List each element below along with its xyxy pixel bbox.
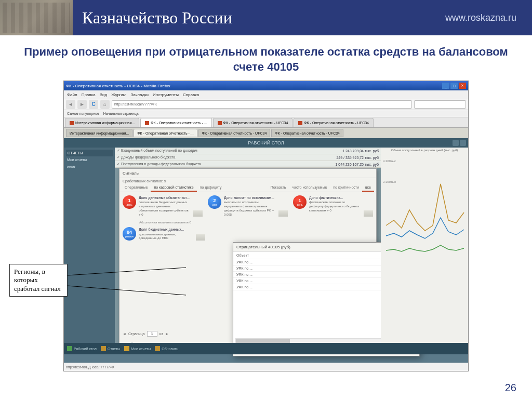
- app-tab-4[interactable]: ФК - Оперативная отчетность - UFC34: [271, 129, 343, 137]
- signal-badge: 1день: [123, 195, 136, 209]
- window-title: ФК - Оперативная отчетность - UC634 - Mo…: [66, 84, 170, 88]
- app-body: ОТЧЕТЫ Мои отчеты иное ✓ Ежедневный объе…: [64, 148, 468, 351]
- sig-tab-deficit[interactable]: по дефициту: [197, 184, 225, 192]
- browser-tab-2[interactable]: ФК - Оперативная отчетность - ...: [140, 118, 211, 127]
- status-refresh[interactable]: Обновить: [155, 346, 178, 351]
- folder-icon: [101, 346, 106, 351]
- sig-tab-critical[interactable]: по критичности: [330, 184, 362, 192]
- right-chart-panel: Объем поступлений в разрезе дней (тыс. р…: [381, 148, 468, 351]
- browser-tab-1[interactable]: Интерактивная информационная...: [65, 118, 139, 127]
- line-chart: 4 200тыс 3 300тыс: [381, 153, 468, 257]
- window-titlebar: ФК - Оперативная отчетность - UC634 - Mo…: [64, 81, 468, 90]
- col-object: Объект: [236, 254, 400, 257]
- pager-input[interactable]: [147, 331, 157, 337]
- mini-chart-icon[interactable]: [278, 210, 288, 217]
- status-text: http://test-fk/БД local:7777/ФК: [66, 365, 114, 369]
- address-text: http://test-fk/local/7777/ФК: [114, 102, 157, 106]
- main-area: ✓ Ежедневный объем поступлений по дохода…: [115, 148, 381, 351]
- status-desktop[interactable]: Рабочий стол: [67, 346, 97, 351]
- sidebar-header: ОТЧЕТЫ: [66, 150, 113, 156]
- menu-view[interactable]: Вид: [100, 92, 107, 97]
- app-tab-2[interactable]: ФК - Оперативная отчетность - ...: [134, 129, 197, 137]
- app-tab-1[interactable]: Интерактивная информационная...: [66, 129, 132, 137]
- y-label-mid: 3 300тыс: [383, 180, 396, 183]
- maximize-button[interactable]: □: [450, 83, 458, 89]
- signal-info: Доля денежных обязательст...соотношение …: [139, 195, 190, 217]
- menu-tools[interactable]: Инструменты: [153, 92, 179, 97]
- forward-button[interactable]: ►: [77, 100, 87, 109]
- app-header: РАБОЧИЙ СТОЛ: [64, 138, 468, 148]
- browser-screenshot: ФК - Оперативная отчетность - UC634 - Mo…: [63, 81, 469, 371]
- sig-tab-all[interactable]: все: [362, 184, 374, 192]
- signal-card[interactable]: 1день Доля денежных обязательст...соотно…: [123, 195, 203, 217]
- bookmark-bar: Самое популярное Начальная страница: [64, 110, 468, 117]
- tab-icon: [70, 121, 74, 125]
- address-bar[interactable]: http://test-fk/local/7777/ФК: [112, 100, 412, 109]
- pager-next-icon[interactable]: ►: [165, 332, 169, 336]
- reload-button[interactable]: C: [89, 100, 98, 109]
- sig-tab-frequent[interactable]: часто используемые: [289, 184, 330, 192]
- signal-badge: 2дня: [208, 195, 221, 209]
- callout-box: Регионы, в которых сработал сигнал: [9, 264, 68, 297]
- minimize-button[interactable]: _: [442, 83, 449, 89]
- banner-photo: [0, 0, 73, 35]
- bookmark-2[interactable]: Начальная страница: [103, 112, 139, 115]
- signal-info: Доля фактических...фактические платежи п…: [309, 195, 360, 212]
- chart-title: Объем поступлений в разрезе дней (тыс. р…: [381, 148, 468, 153]
- back-button[interactable]: ◄: [66, 100, 75, 109]
- browser-tab-3[interactable]: ФК - Оперативная отчетность - UFC34: [213, 118, 293, 127]
- signal-card[interactable]: 84регион Доля бюджетных данных...дополни…: [123, 227, 205, 241]
- bookmark-1[interactable]: Самое популярное: [67, 112, 99, 115]
- app-tabbar: Интерактивная информационная... ФК - Опе…: [64, 128, 468, 138]
- sig-tab-cash[interactable]: по кассовой статистике: [151, 184, 196, 192]
- menu-help[interactable]: Справка: [183, 92, 199, 97]
- app-tab-3[interactable]: ФК - Оперативная отчетность - UFC34: [198, 129, 271, 137]
- menu-bookmarks[interactable]: Закладки: [130, 92, 149, 97]
- signals-tabs: Оперативные по кассовой статистике по де…: [119, 184, 376, 192]
- tab-icon: [298, 121, 302, 125]
- signals-body: 1день Доля денежных обязательст...соотно…: [119, 192, 376, 339]
- signal-card[interactable]: 1день Доля фактических...фактические пла…: [293, 195, 373, 217]
- header-btn-2[interactable]: [460, 140, 466, 146]
- mini-chart-icon[interactable]: [196, 234, 205, 241]
- signals-title: Сигналы: [119, 169, 376, 178]
- menu-edit[interactable]: Правка: [82, 92, 96, 97]
- signal-card[interactable]: 2дня Доля выплат по источникам...выплаты…: [208, 195, 288, 217]
- close-button[interactable]: ✕: [459, 83, 466, 89]
- pager-of: из: [159, 332, 163, 336]
- app-statusbar: Рабочий стол Отчеты Мои отчеты Обновить: [64, 343, 468, 354]
- refresh-icon: [155, 346, 160, 351]
- app-header-title: РАБОЧИЙ СТОЛ: [248, 140, 284, 145]
- menu-file[interactable]: Файл: [67, 92, 77, 97]
- browser-tab-4[interactable]: ФК - Оперативная отчетность - UFC34: [294, 118, 374, 127]
- signal-badge: 1день: [293, 195, 307, 209]
- sig-tab-operational[interactable]: Оперативные: [122, 184, 151, 192]
- signals-panel: Сигналы Сработавших сигналов: 9 Оператив…: [119, 168, 377, 347]
- home-button[interactable]: ⌂: [100, 100, 110, 109]
- slide-banner: Казначейство России www.roskazna.ru: [0, 0, 532, 35]
- sidebar-item-other[interactable]: иное: [66, 163, 113, 170]
- pager-prev-icon[interactable]: ◄: [123, 332, 126, 336]
- mini-chart-icon[interactable]: [364, 210, 373, 217]
- y-label-top: 4 200тыс: [383, 159, 396, 163]
- sig-tab-show: Показать: [268, 184, 289, 192]
- sidebar: ОТЧЕТЫ Мои отчеты иное: [64, 148, 115, 351]
- signal-info: Доля бюджетных данных...дополнительные д…: [139, 227, 192, 241]
- slide-title: Пример оповещения при отрицательном пока…: [21, 45, 511, 74]
- browser-statusbar: http://test-fk/БД local:7777/ФК: [64, 363, 468, 371]
- browser-tabbar: Интерактивная информационная... ФК - Опе…: [64, 117, 468, 128]
- status-reports[interactable]: Отчеты: [101, 346, 120, 351]
- menu-history[interactable]: Журнал: [111, 92, 126, 97]
- page-number: 26: [505, 382, 516, 394]
- signal-badge: 84регион: [123, 227, 136, 241]
- status-my-reports[interactable]: Мои отчеты: [124, 346, 151, 351]
- signals-pager: ◄ Страница из ►: [123, 331, 169, 337]
- mini-chart-icon[interactable]: [193, 210, 203, 217]
- data-row: ✓ Поступления в доходы федерального бюдж…: [115, 161, 381, 168]
- browser-menubar: Файл Правка Вид Журнал Закладки Инструме…: [64, 90, 468, 99]
- tab-icon: [218, 121, 222, 125]
- signals-subtitle: Сработавших сигналов: 9: [119, 178, 376, 184]
- sidebar-item-reports[interactable]: Мои отчеты: [66, 156, 113, 163]
- header-btn-1[interactable]: [453, 140, 459, 146]
- search-box[interactable]: [414, 100, 466, 109]
